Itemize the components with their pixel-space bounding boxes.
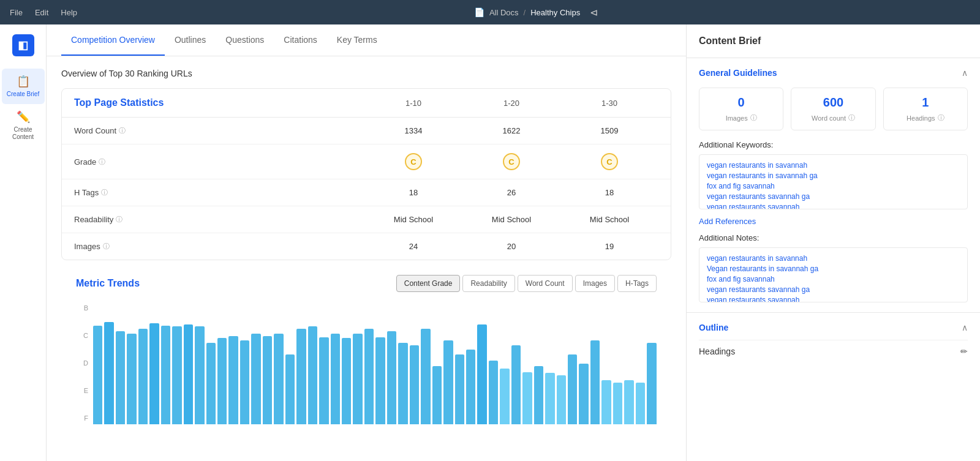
chart-bar-41 [557,375,566,424]
chart-bar-49 [647,343,656,424]
trend-tab-images[interactable]: Images [575,275,615,292]
menu-bar: File Edit Help [10,8,77,17]
chart-bar-38 [522,372,532,425]
chart-bar-8 [184,324,193,424]
sidebar-item-create-content[interactable]: ✏️ Create Content [2,104,45,147]
chart-bar-11 [217,338,227,424]
cell-img-1-10: 24 [364,242,462,251]
note-item-4: vegan restaurants savannah [707,296,960,302]
outline-collapse-icon[interactable]: ∧ [962,323,968,332]
trends-card: Metric Trends Content Grade Readability … [61,275,671,439]
tab-questions[interactable]: Questions [216,25,274,56]
chart-bar-37 [511,345,521,424]
chart-bar-33 [466,350,475,424]
stat-word-count-label: Word count ⓘ [799,113,867,122]
stat-images-value: 0 [707,96,775,110]
guidelines-section-title: General Guidelines [699,68,777,78]
chart-bar-21 [331,334,340,424]
collapse-icon[interactable]: ∧ [962,68,968,78]
chart-bar-29 [421,329,430,424]
guideline-stat-headings: 1 Headings ⓘ [883,88,968,130]
tab-citations[interactable]: Citations [274,25,326,56]
y-label-d: D [76,359,88,367]
breadcrumb-separator: / [524,8,526,17]
sidebar-item-label-create-brief: Create Brief [7,91,39,98]
stats-row-grade: Grade ⓘ C C C [62,144,671,179]
stat-word-count-value: 600 [799,96,867,110]
menu-help[interactable]: Help [61,8,77,17]
keyword-item-1: vegan restaurants in savannah ga [707,171,960,180]
chart-bar-32 [455,354,464,424]
row-label-grade: Grade ⓘ [74,157,364,167]
menu-edit[interactable]: Edit [35,8,48,17]
trend-tab-readability[interactable]: Readability [462,275,514,292]
chart-bar-18 [296,329,306,424]
trends-title: Metric Trends [76,278,396,289]
breadcrumb-all-docs[interactable]: All Docs [489,8,519,17]
stat-headings-label: Headings ⓘ [891,113,960,122]
sidebar: ◧ 📋 Create Brief ✏️ Create Content [0,24,47,461]
chart-bar-13 [240,340,249,424]
cell-read-1-30: Mid School [560,215,658,224]
edit-headings-icon[interactable]: ✏ [960,347,968,356]
cell-img-1-20: 20 [462,242,560,251]
chart-bar-35 [489,361,498,425]
cell-read-1-10: Mid School [364,215,462,224]
y-label-e: E [76,387,88,394]
chart-bar-26 [387,331,396,424]
menu-file[interactable]: File [10,8,23,17]
tab-competition-overview[interactable]: Competition Overview [61,25,165,56]
stats-col-headers: 1-10 1-20 1-30 [364,99,658,108]
row-values-htags: 18 26 18 [364,188,658,197]
info-icon-readability: ⓘ [116,215,123,224]
row-values-word-count: 1334 1622 1509 [364,126,658,135]
row-label-htags: H Tags ⓘ [74,188,364,197]
chart-bar-5 [149,323,159,424]
tab-key-terms[interactable]: Key Terms [327,25,387,56]
row-label-images: Images ⓘ [74,242,364,251]
outline-row-headings: Headings ✏ [699,340,968,362]
chart-y-labels: B C D E F [76,302,88,424]
chart-bar-15 [263,336,272,424]
chart-bars [93,302,657,424]
info-icon-htags: ⓘ [101,188,108,197]
doc-icon: 📄 [474,7,484,17]
guideline-stat-images: 0 Images ⓘ [699,88,783,130]
sidebar-item-create-brief[interactable]: 📋 Create Brief [2,69,45,104]
chart-bar-4 [138,329,148,424]
content-area: Competition Overview Outlines Questions … [47,24,980,461]
share-icon[interactable]: ⊲ [590,7,598,18]
info-icon-stat-wc: ⓘ [848,113,855,122]
note-item-0: vegan restaurants in savannah [707,254,960,263]
guideline-stat-word-count: 600 Word count ⓘ [791,88,875,130]
trends-header: Metric Trends Content Grade Readability … [76,275,657,292]
trend-tab-content-grade[interactable]: Content Grade [396,275,461,292]
stat-headings-value: 1 [891,96,960,110]
trend-tab-word-count[interactable]: Word Count [518,275,573,292]
chart-bar-1 [104,322,113,424]
keyword-item-4: vegan restaurants savannah [707,203,960,209]
chart-bar-6 [161,326,170,425]
chart-bar-30 [432,366,442,424]
info-icon-stat-images: ⓘ [750,113,757,122]
add-references-link[interactable]: Add References [699,217,756,226]
cell-htags-1-30: 18 [560,188,658,197]
outline-headings-label: Headings [699,347,735,356]
breadcrumb-doc-name: Healthy Chips [530,8,580,17]
chart-bar-43 [579,364,588,424]
chart-bar-36 [500,369,509,424]
section-header: Overview of Top 30 Ranking URLs [47,56,686,88]
section-title: Overview of Top 30 Ranking URLs [61,69,671,78]
app-logo: ◧ [12,34,34,56]
info-icon-stat-headings: ⓘ [938,113,944,122]
chart-bar-28 [410,345,419,424]
stats-title: Top Page Statistics [74,97,364,108]
info-icon-grade: ⓘ [99,157,105,167]
tab-outlines[interactable]: Outlines [165,25,216,56]
keyword-item-2: fox and fig savannah [707,182,960,190]
right-panel-header: Content Brief [687,24,980,58]
chart-bar-42 [568,354,577,424]
trend-tab-h-tags[interactable]: H-Tags [617,275,657,292]
stats-row-htags: H Tags ⓘ 18 26 18 [62,179,671,206]
tab-nav: Competition Overview Outlines Questions … [47,24,686,56]
